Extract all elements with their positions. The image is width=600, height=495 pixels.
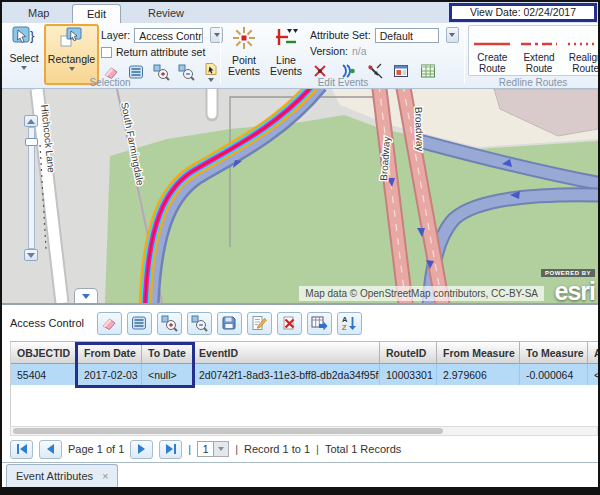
version-value: n/a <box>352 45 367 57</box>
page-select-dropdown[interactable] <box>214 441 229 457</box>
save-button[interactable] <box>217 312 242 335</box>
ribbon-tabbar: Map Edit Review View Date: 02/24/2017 <box>2 2 598 23</box>
table-header-row: OBJECTID From Date To Date EventID Route… <box>11 342 598 364</box>
previous-page-button[interactable] <box>39 440 62 459</box>
eraser-icon <box>100 314 118 332</box>
point-events-icon <box>231 37 257 54</box>
map-canvas[interactable]: Hitchcock Lane South Farmingdale Broadwa… <box>2 89 598 305</box>
column-header-access[interactable]: Access <box>588 342 598 364</box>
scrollbar-thumb[interactable] <box>13 428 443 434</box>
table-horizontal-scrollbar[interactable] <box>10 426 598 436</box>
column-header-objectid[interactable]: OBJECTID <box>11 342 78 364</box>
edit-icon <box>250 314 268 332</box>
tab-review[interactable]: Review <box>134 4 198 23</box>
zoom-out-selection-icon <box>190 314 208 332</box>
panel-collapse-arrow[interactable] <box>74 288 98 303</box>
tab-event-attributes[interactable]: Event Attributes × <box>6 464 118 487</box>
show-selected-records-button[interactable] <box>127 312 152 335</box>
line-events-button[interactable]: Line Events <box>266 25 306 81</box>
column-header-to-measure[interactable]: To Measure <box>520 342 588 364</box>
line-events-icon <box>273 37 299 54</box>
column-header-to-date[interactable]: To Date <box>142 342 193 364</box>
ribbon: } Select Rectangle Layer: <box>2 23 598 89</box>
realign-route-button[interactable]: Realign Route <box>562 26 598 75</box>
zoom-to-selection-button[interactable] <box>157 312 182 335</box>
record-range-label: Record 1 to 1 <box>244 443 310 455</box>
point-events-button[interactable]: Point Events <box>224 25 264 81</box>
map-zoom-slider[interactable] <box>24 115 38 261</box>
selection-group-label: Selection <box>2 77 218 88</box>
create-route-button[interactable]: Create Route <box>469 26 516 75</box>
cell-from-measure: 2.979606 <box>437 364 520 385</box>
zoom-slider-thumb[interactable] <box>25 138 38 146</box>
create-route-icon <box>472 40 512 48</box>
ribbon-divider <box>220 27 221 84</box>
select-dropdown-caret[interactable] <box>21 66 27 70</box>
esri-logo: POWERED BY esri <box>541 261 595 303</box>
return-attribute-set-checkbox[interactable] <box>101 47 112 58</box>
redline-routes-panel: Create Route Extend Route Realign Route <box>468 25 598 76</box>
group-edit-events: Point Events Line Events Attribute Set: … <box>224 23 462 89</box>
realign-route-icon <box>566 40 598 48</box>
table-row-selected[interactable]: 55404 2017-02-03 <null> 2d0742f1-8ad3-11… <box>11 364 598 385</box>
select-button[interactable]: } Select <box>6 25 42 83</box>
rectangle-dropdown-caret[interactable] <box>69 67 75 71</box>
attribute-set-combobox[interactable]: Default <box>375 28 439 43</box>
cell-to-measure: -0.000064 <box>520 364 588 385</box>
column-header-from-measure[interactable]: From Measure <box>437 342 520 364</box>
extend-route-button[interactable]: Extend Route <box>516 26 563 75</box>
clear-selection-button[interactable] <box>97 312 122 335</box>
group-selection: } Select Rectangle Layer: <box>2 23 218 89</box>
view-date-callout: View Date: 02/24/2017 <box>449 3 597 22</box>
sort-records-button[interactable]: AZ <box>337 312 362 335</box>
first-page-button[interactable] <box>10 440 33 459</box>
list-icon <box>130 314 148 332</box>
redline-routes-group-label: Redline Routes <box>468 77 598 88</box>
edit-events-group-label: Edit Events <box>224 77 462 88</box>
attribute-set-dropdown-button[interactable] <box>446 27 459 43</box>
attribute-panel-toolbar: Access Control <box>2 305 598 341</box>
zoom-slider-up-button[interactable] <box>24 115 38 127</box>
zoom-in-selection-icon <box>160 314 178 332</box>
pan-to-selection-button[interactable] <box>187 312 212 335</box>
ribbon-divider <box>464 27 465 84</box>
close-tab-icon[interactable]: × <box>102 471 108 481</box>
cell-routeid: 10003301 <box>380 364 437 385</box>
rectangle-select-button[interactable]: Rectangle <box>44 24 99 85</box>
column-header-routeid[interactable]: RouteID <box>380 342 437 364</box>
rectangle-select-icon <box>59 36 85 53</box>
attribute-set-label: Attribute Set: <box>310 29 371 41</box>
event-attributes-panel: Access Control <box>2 305 598 462</box>
layer-combobox[interactable]: Access Control <box>134 28 203 43</box>
export-table-button[interactable] <box>307 312 332 335</box>
save-icon <box>220 314 238 332</box>
cell-access: <null> <box>588 364 598 385</box>
map-basemap: Hitchcock Lane South Farmingdale Broadwa… <box>2 89 598 303</box>
cell-from-date: 2017-02-03 <box>78 364 142 385</box>
cell-eventid: 2d0742f1-8ad3-11e3-bff8-db2da34f95fe <box>193 364 380 385</box>
delete-records-button[interactable] <box>277 312 302 335</box>
edit-attributes-button[interactable] <box>247 312 272 335</box>
zoom-slider-track[interactable] <box>28 127 35 249</box>
zoom-slider-down-button[interactable] <box>24 249 38 261</box>
column-header-eventid[interactable]: EventID <box>193 342 380 364</box>
column-header-from-date[interactable]: From Date <box>78 342 142 364</box>
total-records-label: Total 1 Records <box>325 443 401 455</box>
table-pagination: Page 1 of 1 | 1 | Record 1 to 1 | Total … <box>2 436 598 462</box>
cell-to-date: <null> <box>142 364 193 385</box>
svg-text:}: } <box>30 28 35 43</box>
group-redline-routes: Create Route Extend Route Realign Route … <box>468 23 598 89</box>
layer-dropdown-button[interactable] <box>210 27 223 43</box>
next-page-button[interactable] <box>130 440 153 459</box>
delete-icon <box>280 314 298 332</box>
bottom-tab-strip: Event Attributes × <box>2 462 598 487</box>
last-page-button[interactable] <box>159 440 182 459</box>
tab-edit[interactable]: Edit <box>72 4 121 23</box>
street-label-broadway-right: Broadway <box>413 107 426 152</box>
tab-map[interactable]: Map <box>14 4 63 23</box>
version-label: Version: <box>310 45 348 57</box>
select-tool-icon: } <box>11 35 37 52</box>
return-attribute-set-label: Return attribute set <box>116 46 205 58</box>
svg-text:Z: Z <box>342 323 347 332</box>
page-number-select[interactable]: 1 <box>197 441 229 457</box>
